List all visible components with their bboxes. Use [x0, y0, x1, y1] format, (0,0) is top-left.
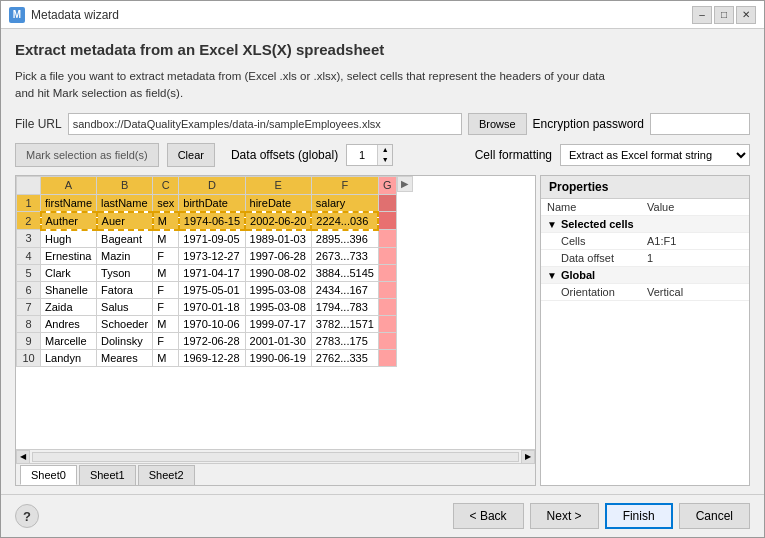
sheet-tab-0[interactable]: Sheet0 [20, 465, 77, 485]
cell-E5[interactable]: 1990-08-02 [245, 264, 311, 281]
col-header-E[interactable]: E [245, 176, 311, 194]
cell-C8[interactable]: M [153, 315, 179, 332]
cell-F10[interactable]: 2762...335 [311, 349, 378, 366]
spin-down-button[interactable]: ▼ [378, 155, 392, 165]
cell-B10[interactable]: Meares [97, 349, 153, 366]
col-header-C[interactable]: C [153, 176, 179, 194]
col-header-A[interactable]: A [41, 176, 97, 194]
scroll-left-btn[interactable]: ◀ [16, 450, 30, 464]
cell-A9[interactable]: Marcelle [41, 332, 97, 349]
cell-D3[interactable]: 1971-09-05 [179, 230, 245, 248]
col-header-B[interactable]: B [97, 176, 153, 194]
clear-button[interactable]: Clear [167, 143, 215, 167]
cell-C9[interactable]: F [153, 332, 179, 349]
cell-E10[interactable]: 1990-06-19 [245, 349, 311, 366]
sheet-tab-1[interactable]: Sheet1 [79, 465, 136, 485]
cancel-button[interactable]: Cancel [679, 503, 750, 529]
cell-B6[interactable]: Fatora [97, 281, 153, 298]
col-header-G[interactable]: G [378, 176, 396, 194]
cell-F7[interactable]: 1794...783 [311, 298, 378, 315]
col-header-D[interactable]: D [179, 176, 245, 194]
cell-E1[interactable]: hireDate [245, 194, 311, 212]
cell-F2[interactable]: 2224...036 [311, 212, 378, 230]
cell-D5[interactable]: 1971-04-17 [179, 264, 245, 281]
cell-A5[interactable]: Clark [41, 264, 97, 281]
maximize-button[interactable]: □ [714, 6, 734, 24]
cell-E8[interactable]: 1999-07-17 [245, 315, 311, 332]
help-button[interactable]: ? [15, 504, 39, 528]
cell-B3[interactable]: Bageant [97, 230, 153, 248]
close-button[interactable]: ✕ [736, 6, 756, 24]
cell-A3[interactable]: Hugh [41, 230, 97, 248]
minimize-button[interactable]: – [692, 6, 712, 24]
cell-A4[interactable]: Ernestina [41, 247, 97, 264]
finish-button[interactable]: Finish [605, 503, 673, 529]
cell-format-select[interactable]: Extract as Excel format string Raw value… [560, 144, 750, 166]
cell-G6[interactable] [378, 281, 396, 298]
cell-D4[interactable]: 1973-12-27 [179, 247, 245, 264]
cell-D6[interactable]: 1975-05-01 [179, 281, 245, 298]
cell-E2[interactable]: 2002-06-20 [245, 212, 311, 230]
file-url-input[interactable] [68, 113, 462, 135]
cell-D9[interactable]: 1972-06-28 [179, 332, 245, 349]
cell-E7[interactable]: 1995-03-08 [245, 298, 311, 315]
cell-C6[interactable]: F [153, 281, 179, 298]
cell-C1[interactable]: sex [153, 194, 179, 212]
cell-G1[interactable] [378, 194, 396, 212]
cell-G4[interactable] [378, 247, 396, 264]
cell-C3[interactable]: M [153, 230, 179, 248]
cell-D1[interactable]: birthDate [179, 194, 245, 212]
scroll-track[interactable] [32, 452, 519, 462]
cell-G5[interactable] [378, 264, 396, 281]
cell-E9[interactable]: 2001-01-30 [245, 332, 311, 349]
cell-F9[interactable]: 2783...175 [311, 332, 378, 349]
cell-A6[interactable]: Shanelle [41, 281, 97, 298]
cell-C7[interactable]: F [153, 298, 179, 315]
next-button[interactable]: Next > [530, 503, 599, 529]
sheet-tab-2[interactable]: Sheet2 [138, 465, 195, 485]
cell-B4[interactable]: Mazin [97, 247, 153, 264]
cell-B9[interactable]: Dolinsky [97, 332, 153, 349]
scroll-right-btn[interactable]: ▶ [521, 450, 535, 464]
cell-A7[interactable]: Zaida [41, 298, 97, 315]
cell-G9[interactable] [378, 332, 396, 349]
mark-selection-button[interactable]: Mark selection as field(s) [15, 143, 159, 167]
cell-D8[interactable]: 1970-10-06 [179, 315, 245, 332]
cell-F3[interactable]: 2895...396 [311, 230, 378, 248]
cell-B5[interactable]: Tyson [97, 264, 153, 281]
cell-F4[interactable]: 2673...733 [311, 247, 378, 264]
cell-F8[interactable]: 3782...1571 [311, 315, 378, 332]
cell-B8[interactable]: Schoeder [97, 315, 153, 332]
cell-E6[interactable]: 1995-03-08 [245, 281, 311, 298]
cell-A2[interactable]: Auther [41, 212, 97, 230]
cell-D7[interactable]: 1970-01-18 [179, 298, 245, 315]
spin-up-button[interactable]: ▲ [378, 145, 392, 155]
cell-C2[interactable]: M [153, 212, 179, 230]
offset-value-input[interactable] [347, 145, 377, 165]
sheet-table-wrap[interactable]: A B C D E F G ▶ 1firstNamelastNames [16, 176, 535, 450]
cell-A10[interactable]: Landyn [41, 349, 97, 366]
cell-G7[interactable] [378, 298, 396, 315]
cell-G8[interactable] [378, 315, 396, 332]
cell-E4[interactable]: 1997-06-28 [245, 247, 311, 264]
cell-F1[interactable]: salary [311, 194, 378, 212]
cell-B1[interactable]: lastName [97, 194, 153, 212]
cell-B7[interactable]: Salus [97, 298, 153, 315]
cell-C5[interactable]: M [153, 264, 179, 281]
cell-A1[interactable]: firstName [41, 194, 97, 212]
cell-F6[interactable]: 2434...167 [311, 281, 378, 298]
cell-A8[interactable]: Andres [41, 315, 97, 332]
horizontal-scrollbar[interactable]: ◀ ▶ [16, 449, 535, 463]
cell-F5[interactable]: 3884...5145 [311, 264, 378, 281]
browse-button[interactable]: Browse [468, 113, 527, 135]
cell-G2[interactable] [378, 212, 396, 230]
enc-password-input[interactable] [650, 113, 750, 135]
cell-C4[interactable]: F [153, 247, 179, 264]
cell-E3[interactable]: 1989-01-03 [245, 230, 311, 248]
cell-B2[interactable]: Auer [97, 212, 153, 230]
scroll-right-header[interactable]: ▶ [397, 176, 413, 192]
cell-G3[interactable] [378, 230, 396, 248]
col-header-F[interactable]: F [311, 176, 378, 194]
back-button[interactable]: < Back [453, 503, 524, 529]
cell-C10[interactable]: M [153, 349, 179, 366]
